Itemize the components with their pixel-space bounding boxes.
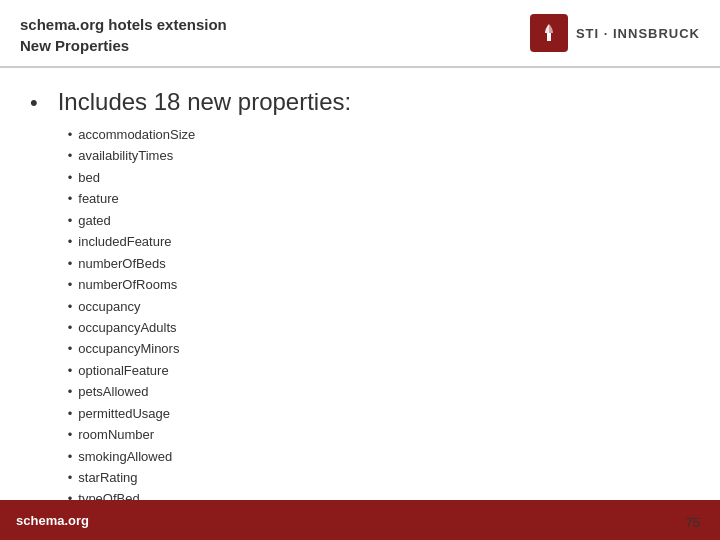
logo-text: STI · INNSBRUCK bbox=[576, 26, 700, 41]
properties-list: accommodationSizeavailabilityTimesbedfea… bbox=[68, 124, 690, 510]
bottom-bar: schema.org bbox=[0, 500, 720, 540]
list-item: numberOfBeds bbox=[68, 253, 690, 274]
list-item: occupancyAdults bbox=[68, 317, 690, 338]
page-number: 75 bbox=[686, 515, 700, 530]
header-line1: schema.org hotels extension bbox=[20, 14, 227, 35]
header-title: schema.org hotels extension New Properti… bbox=[20, 14, 227, 56]
schema-label: schema.org bbox=[16, 513, 89, 528]
logo-area: STI · INNSBRUCK bbox=[530, 14, 700, 52]
list-item: optionalFeature bbox=[68, 360, 690, 381]
list-item: permittedUsage bbox=[68, 403, 690, 424]
list-item: accommodationSize bbox=[68, 124, 690, 145]
content-right: Includes 18 new properties: accommodatio… bbox=[58, 88, 690, 510]
svg-rect-0 bbox=[547, 33, 551, 41]
main-bullet: • bbox=[30, 90, 38, 510]
list-item: availabilityTimes bbox=[68, 145, 690, 166]
list-item: occupancy bbox=[68, 296, 690, 317]
list-item: occupancyMinors bbox=[68, 338, 690, 359]
sti-logo-icon bbox=[530, 14, 568, 52]
list-item: starRating bbox=[68, 467, 690, 488]
list-item: petsAllowed bbox=[68, 381, 690, 402]
list-item: bed bbox=[68, 167, 690, 188]
main-content: • Includes 18 new properties: accommodat… bbox=[0, 68, 720, 530]
list-item: roomNumber bbox=[68, 424, 690, 445]
header-line2: New Properties bbox=[20, 35, 227, 56]
list-item: includedFeature bbox=[68, 231, 690, 252]
list-item: feature bbox=[68, 188, 690, 209]
list-item: gated bbox=[68, 210, 690, 231]
list-item: smokingAllowed bbox=[68, 446, 690, 467]
section-heading: Includes 18 new properties: bbox=[58, 88, 690, 116]
header: schema.org hotels extension New Properti… bbox=[0, 0, 720, 68]
list-item: numberOfRooms bbox=[68, 274, 690, 295]
